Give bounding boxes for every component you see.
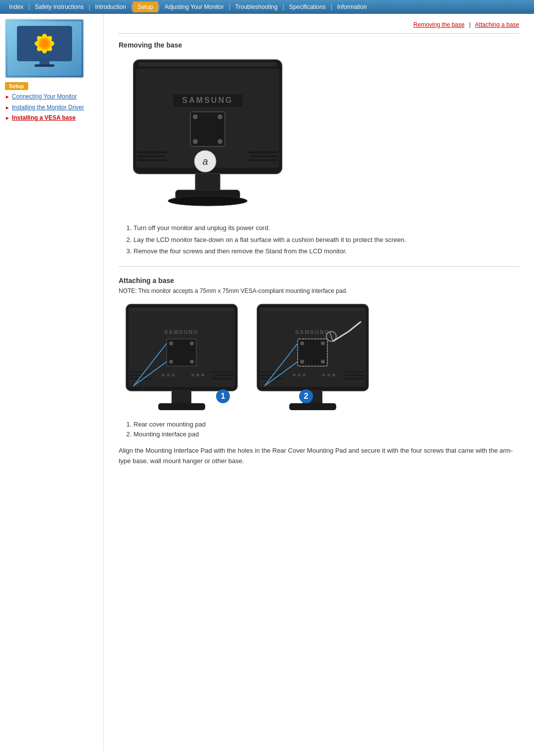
svg-rect-27: [248, 159, 278, 161]
sidebar-nav-vesa[interactable]: ► Installing a VESA base: [5, 114, 98, 122]
svg-point-73: [322, 374, 325, 377]
circle-label-1: 1: [216, 389, 230, 403]
arrow-icon-connecting: ►: [5, 94, 10, 99]
svg-rect-22: [137, 151, 167, 153]
top-divider: [119, 33, 519, 34]
svg-point-30: [168, 196, 247, 206]
svg-rect-79: [343, 371, 365, 373]
svg-rect-80: [345, 375, 365, 376]
svg-point-39: [190, 360, 194, 364]
svg-rect-58: [260, 308, 366, 311]
top-links: Removing the base | Attaching a base: [119, 21, 519, 28]
sidebar-link-connecting[interactable]: Connecting Your Monitor: [12, 93, 77, 101]
svg-point-70: [293, 374, 296, 377]
svg-rect-24: [137, 159, 167, 161]
svg-rect-23: [137, 155, 165, 157]
svg-point-37: [190, 341, 194, 345]
svg-rect-81: [343, 378, 365, 379]
svg-point-65: [321, 360, 325, 364]
svg-point-16: [193, 114, 198, 119]
circle-label-2: 2: [299, 389, 313, 403]
svg-point-71: [298, 374, 301, 377]
svg-point-19: [218, 139, 222, 144]
svg-rect-77: [261, 375, 280, 376]
svg-point-63: [321, 341, 325, 345]
attaching-image-1: SAMSUNG: [119, 302, 245, 412]
sidebar-link-vesa[interactable]: Installing a VESA base: [12, 114, 76, 122]
sidebar-setup-label: Setup: [5, 82, 28, 90]
main-content: Removing the base | Attaching a base Rem…: [104, 14, 534, 751]
sidebar-nav-connecting[interactable]: ► Connecting Your Monitor: [5, 93, 98, 101]
attaching-list-item-2: Mounting interface pad: [134, 429, 519, 440]
nav-information[interactable]: Information: [332, 3, 372, 10]
attaching-list: Rear cover mounting pad Mounting interfa…: [119, 420, 519, 440]
svg-point-38: [169, 360, 173, 364]
attaching-align-text: Align the Mounting Interface Pad with th…: [119, 446, 519, 467]
svg-rect-53: [158, 403, 205, 410]
link-attaching-base[interactable]: Attaching a base: [475, 21, 519, 28]
svg-text:SAMSUNG: SAMSUNG: [295, 329, 330, 335]
nav-setup[interactable]: Setup: [133, 1, 158, 12]
instruction-3: Remove the four screws and then remove t…: [134, 246, 519, 256]
svg-text:SAMSUNG: SAMSUNG: [164, 329, 199, 335]
instruction-1: Turn off your monitor and unplug its pow…: [134, 223, 519, 233]
removing-section: Removing the base SAMSUNG: [119, 41, 519, 256]
svg-rect-52: [172, 391, 191, 405]
navigation-bar: Index | Safety Instructions | Introducti…: [0, 0, 534, 14]
nav-adjusting[interactable]: Adjusting Your Monitor: [160, 3, 229, 10]
svg-rect-76: [261, 371, 283, 373]
svg-rect-8: [40, 61, 49, 65]
nav-index[interactable]: Index: [4, 3, 28, 10]
sidebar-link-driver[interactable]: Installing the Monitor Driver: [12, 104, 84, 112]
svg-point-36: [169, 341, 173, 345]
svg-rect-46: [130, 371, 152, 373]
link-removing-base[interactable]: Removing the base: [413, 21, 464, 28]
svg-point-43: [191, 374, 194, 377]
svg-rect-28: [195, 174, 220, 191]
bottom-images-container: SAMSUNG: [119, 302, 519, 412]
svg-rect-33: [129, 308, 235, 311]
svg-rect-26: [251, 155, 278, 157]
arrow-icon-driver: ►: [5, 105, 10, 110]
svg-point-64: [300, 360, 304, 364]
svg-rect-25: [248, 151, 278, 153]
svg-rect-50: [214, 375, 234, 376]
sidebar-image: [5, 19, 84, 78]
svg-point-40: [162, 374, 165, 377]
svg-point-41: [167, 374, 170, 377]
svg-point-72: [303, 374, 306, 377]
svg-point-44: [196, 374, 199, 377]
svg-point-75: [332, 374, 335, 377]
attaching-title: Attaching a base: [119, 277, 519, 284]
main-layout: Setup ► Connecting Your Monitor ► Instal…: [0, 14, 534, 751]
removing-instructions: Turn off your monitor and unplug its pow…: [119, 223, 519, 256]
instruction-2: Lay the LCD monitor face-down on a flat …: [134, 235, 519, 245]
section-divider: [119, 266, 519, 267]
nav-safety[interactable]: Safety Instructions: [30, 3, 89, 10]
svg-rect-78: [261, 378, 283, 379]
sidebar-flower-svg: [7, 21, 82, 76]
svg-point-18: [193, 139, 198, 144]
nav-specifications[interactable]: Specifications: [284, 3, 331, 10]
instructions-list: Turn off your monitor and unplug its pow…: [121, 223, 519, 256]
attaching-section: Attaching a base NOTE: This monitor acce…: [119, 277, 519, 467]
svg-point-17: [218, 114, 222, 119]
svg-rect-47: [130, 375, 149, 376]
attaching-note: NOTE: This monitor accepts a 75mm x 75mm…: [119, 287, 519, 294]
sidebar-nav-installing-driver[interactable]: ► Installing the Monitor Driver: [5, 104, 98, 112]
svg-rect-49: [212, 371, 234, 373]
svg-rect-48: [130, 378, 152, 379]
top-link-separator: |: [469, 21, 471, 28]
svg-text:a: a: [202, 156, 208, 167]
svg-rect-83: [289, 403, 336, 410]
attaching-image-2: SAMSUNG: [250, 302, 376, 412]
nav-troubleshooting[interactable]: Troubleshooting: [230, 3, 283, 10]
attaching-list-item-1: Rear cover mounting pad: [134, 420, 519, 430]
svg-point-62: [300, 341, 304, 345]
nav-introduction[interactable]: Introduction: [90, 3, 131, 10]
svg-point-74: [327, 374, 330, 377]
svg-rect-9: [35, 64, 54, 67]
svg-point-42: [172, 374, 175, 377]
arrow-icon-vesa: ►: [5, 115, 10, 121]
svg-rect-11: [138, 62, 277, 66]
